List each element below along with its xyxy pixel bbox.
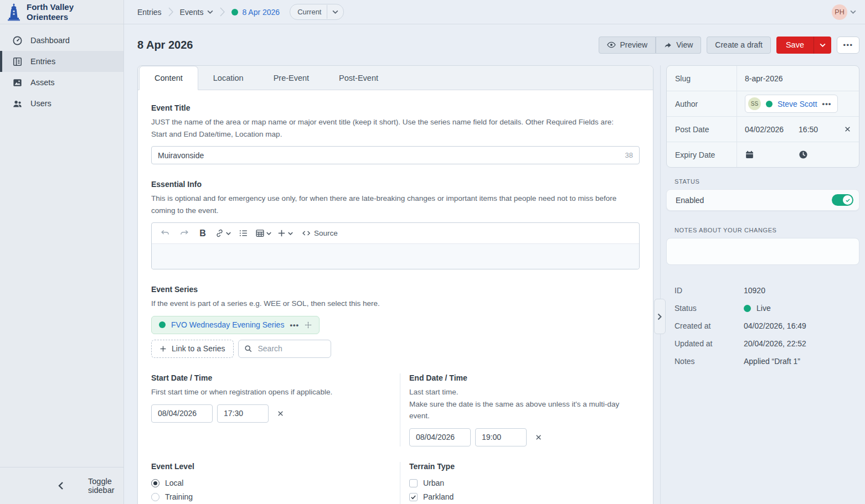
tab-post-event[interactable]: Post-Event: [324, 66, 393, 90]
user-avatar[interactable]: PH: [832, 4, 847, 20]
topbar-right: PH: [832, 4, 856, 20]
revision-selector[interactable]: Current: [290, 4, 344, 20]
field-help: JUST the name of the area or map name or…: [151, 116, 640, 140]
panel-divider: [660, 65, 661, 504]
external-arrow-icon: [663, 40, 672, 49]
tab-location[interactable]: Location: [198, 66, 259, 90]
clear-post-date-icon[interactable]: [844, 126, 851, 133]
breadcrumb: Entries Events 8 Apr 2026: [137, 4, 344, 20]
revision-notes-input[interactable]: [666, 238, 859, 265]
post-date-row: Post Date 04/02/2026 16:50: [667, 117, 859, 142]
field-label: Event Level: [151, 462, 387, 471]
link-series-button[interactable]: Link to a Series: [151, 340, 234, 358]
tab-bar: Content Location Pre-Event Post-Event: [138, 66, 653, 90]
series-item-menu-button[interactable]: •••: [290, 321, 299, 329]
save-options-button[interactable]: [813, 37, 831, 54]
editor-toolbar: B: [152, 223, 639, 244]
table-button[interactable]: [254, 226, 272, 241]
meta-panel: Slug 8-apr-2026 Author SS Steve Scott ••…: [666, 65, 859, 370]
save-button[interactable]: Save: [776, 37, 813, 54]
field-terrain-type: Terrain Type Urban Parkland: [400, 462, 640, 504]
checkbox-urban[interactable]: Urban: [409, 476, 640, 490]
status-dot: [231, 9, 238, 15]
checkbox-parkland[interactable]: Parkland: [409, 490, 640, 504]
checkbox-icon[interactable]: [409, 479, 418, 487]
redo-icon[interactable]: [176, 226, 192, 241]
sidebar-item-label: Dashboard: [30, 36, 70, 45]
field-help: If the event is part of a series e.g. WE…: [151, 298, 640, 310]
event-title-input[interactable]: [158, 151, 621, 160]
breadcrumb-events[interactable]: Events: [180, 8, 214, 17]
author-link[interactable]: Steve Scott: [778, 100, 817, 108]
radio-icon[interactable]: [151, 479, 159, 487]
field-end-datetime: End Date / Time Last start time. Make su…: [400, 373, 640, 446]
collapse-panel-button[interactable]: [654, 299, 666, 334]
radio-training[interactable]: Training: [151, 490, 387, 504]
end-time-input[interactable]: [475, 428, 527, 446]
undo-icon[interactable]: [157, 226, 173, 241]
radio-local[interactable]: Local: [151, 476, 387, 490]
detail-status: Status Live: [675, 299, 859, 317]
bullet-list-button[interactable]: [235, 226, 251, 241]
editor-content-area[interactable]: [152, 244, 639, 269]
calendar-icon[interactable]: [745, 150, 754, 159]
gauge-icon: [12, 35, 23, 46]
entries-icon: [12, 56, 23, 67]
detail-created-at: Created at 04/02/2026, 16:49: [675, 317, 859, 335]
detail-notes: Notes Applied “Draft 1”: [675, 352, 859, 370]
more-actions-button[interactable]: •••: [837, 37, 859, 54]
start-time-input[interactable]: [217, 404, 269, 423]
chevron-down-icon[interactable]: [850, 10, 856, 14]
drag-handle-icon[interactable]: [305, 321, 312, 329]
series-search-input[interactable]: [257, 344, 325, 354]
post-date-value[interactable]: 04/02/2026: [745, 125, 784, 134]
radio-icon[interactable]: [151, 493, 159, 501]
sidebar-item-dashboard[interactable]: Dashboard: [0, 30, 123, 51]
insert-button[interactable]: [276, 226, 294, 241]
slug-row: Slug 8-apr-2026: [667, 66, 859, 91]
sidebar-item-assets[interactable]: Assets: [0, 72, 123, 93]
author-pill: SS Steve Scott •••: [745, 95, 838, 113]
breadcrumb-current-entry[interactable]: 8 Apr 2026: [231, 8, 280, 17]
clear-start-date-icon[interactable]: [277, 410, 284, 417]
author-row: Author SS Steve Scott •••: [667, 91, 859, 117]
preview-button[interactable]: Preview: [599, 37, 656, 54]
clear-end-date-icon[interactable]: [535, 434, 542, 441]
author-menu-button[interactable]: •••: [822, 100, 832, 108]
field-label: Event Series: [151, 285, 640, 294]
tab-pre-event[interactable]: Pre-Event: [259, 66, 324, 90]
page-header: 8 Apr 2026 Preview View: [124, 24, 865, 65]
sidebar-item-label: Assets: [30, 78, 55, 87]
field-event-level: Event Level Local Training: [151, 462, 400, 504]
toggle-sidebar-button[interactable]: Toggle sidebar: [0, 467, 123, 504]
source-button[interactable]: Source: [301, 226, 339, 241]
field-label: Start Date / Time: [151, 373, 387, 382]
sidebar-item-entries[interactable]: Entries: [0, 51, 123, 72]
date-fields-row: Start Date / Time First start time or wh…: [151, 373, 640, 446]
event-title-input-wrap: 38: [151, 146, 640, 164]
checkbox-checked-icon[interactable]: [409, 493, 418, 501]
char-count: 38: [625, 151, 633, 159]
create-draft-button[interactable]: Create a draft: [707, 37, 771, 54]
slug-value[interactable]: 8-apr-2026: [737, 66, 859, 91]
sidebar-item-users[interactable]: Users: [0, 93, 123, 114]
sidebar-item-label: Entries: [30, 57, 55, 66]
link-button[interactable]: [214, 226, 232, 241]
tab-content-panel: Event Title JUST the name of the area or…: [138, 90, 653, 504]
post-time-value[interactable]: 16:50: [799, 125, 818, 134]
series-link[interactable]: FVO Wednesday Evening Series: [171, 320, 284, 329]
breadcrumb-entries[interactable]: Entries: [137, 8, 162, 17]
main-column: Entries Events 8 Apr 2026: [124, 0, 865, 504]
view-button[interactable]: View: [656, 37, 701, 54]
tab-content[interactable]: Content: [139, 66, 198, 90]
end-date-input[interactable]: [409, 428, 471, 446]
slug-label: Slug: [667, 66, 737, 91]
field-label: Event Title: [151, 103, 640, 112]
bold-button[interactable]: B: [195, 226, 210, 241]
clock-icon[interactable]: [799, 150, 808, 159]
start-date-input[interactable]: [151, 404, 213, 423]
author-avatar: SS: [748, 97, 761, 110]
save-split-button: Save: [776, 37, 831, 54]
field-start-datetime: Start Date / Time First start time or wh…: [151, 373, 400, 446]
enabled-toggle[interactable]: [832, 194, 853, 206]
